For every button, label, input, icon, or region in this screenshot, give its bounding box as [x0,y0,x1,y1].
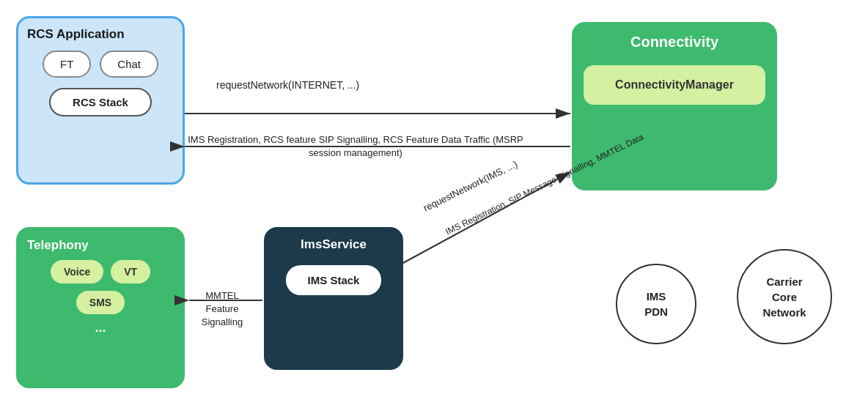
request-network-label: requestNetwork(INTERNET, ...) [216,79,359,91]
ims-stack-button: IMS Stack [286,265,381,295]
voice-button: Voice [51,260,103,283]
chat-button: Chat [100,51,158,78]
ft-button: FT [43,51,91,78]
connectivity-box: Connectivity ConnectivityManager [572,22,777,190]
rcs-buttons-row: FT Chat [27,51,174,78]
mmtel-text: MMTEL Feature Signalling [202,290,243,327]
diagram: RCS Application FT Chat RCS Stack Connec… [0,0,868,408]
ims-registration-text: IMS Registration, RCS feature SIP Signal… [188,134,523,158]
vt-button: VT [111,260,150,283]
rcs-app-title: RCS Application [27,27,174,42]
connectivity-manager-box: ConnectivityManager [584,65,765,105]
rcs-application-box: RCS Application FT Chat RCS Stack [16,16,185,185]
ims-pdn-circle: IMSPDN [616,264,696,344]
telephony-dots: ... [27,320,174,335]
sms-button: SMS [76,291,125,314]
telephony-buttons-row: Voice VT [27,260,174,283]
ims-service-box: ImsService IMS Stack [264,227,403,370]
connectivity-title: Connectivity [584,34,765,51]
telephony-sms-row: SMS [27,291,174,314]
ims-service-title: ImsService [274,237,393,252]
mmtel-label: MMTEL Feature Signalling [189,289,255,330]
svg-marker-0 [0,0,7,5]
telephony-title: Telephony [27,238,174,253]
ims-pdn-label: IMSPDN [644,289,668,319]
ims-registration-label: IMS Registration, RCS feature SIP Signal… [180,133,532,160]
telephony-box: Telephony Voice VT SMS ... [16,227,185,388]
rcs-stack-button: RCS Stack [49,88,152,116]
carrier-core-network-circle: CarrierCoreNetwork [737,249,832,344]
svg-marker-1 [0,0,7,5]
carrier-core-network-label: CarrierCoreNetwork [762,274,806,320]
